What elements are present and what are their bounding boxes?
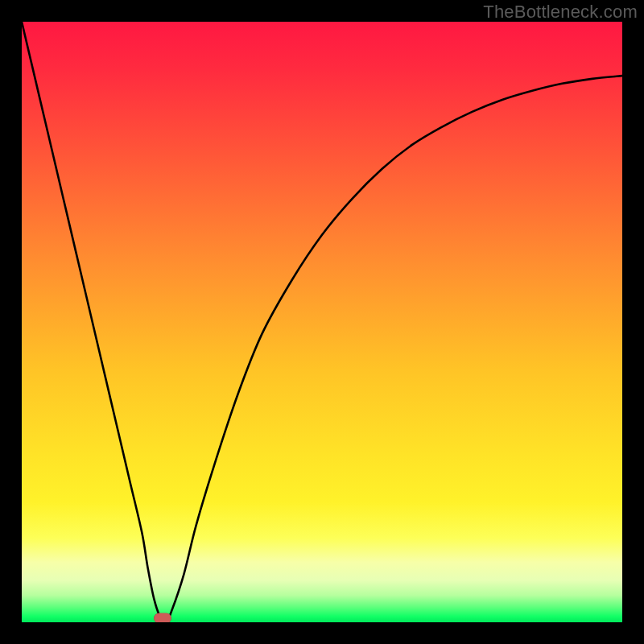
bottleneck-curve	[22, 22, 622, 622]
chart-frame: TheBottleneck.com	[0, 0, 644, 644]
minimum-marker	[154, 613, 171, 623]
watermark-text: TheBottleneck.com	[483, 2, 638, 23]
plot-area	[22, 22, 622, 622]
